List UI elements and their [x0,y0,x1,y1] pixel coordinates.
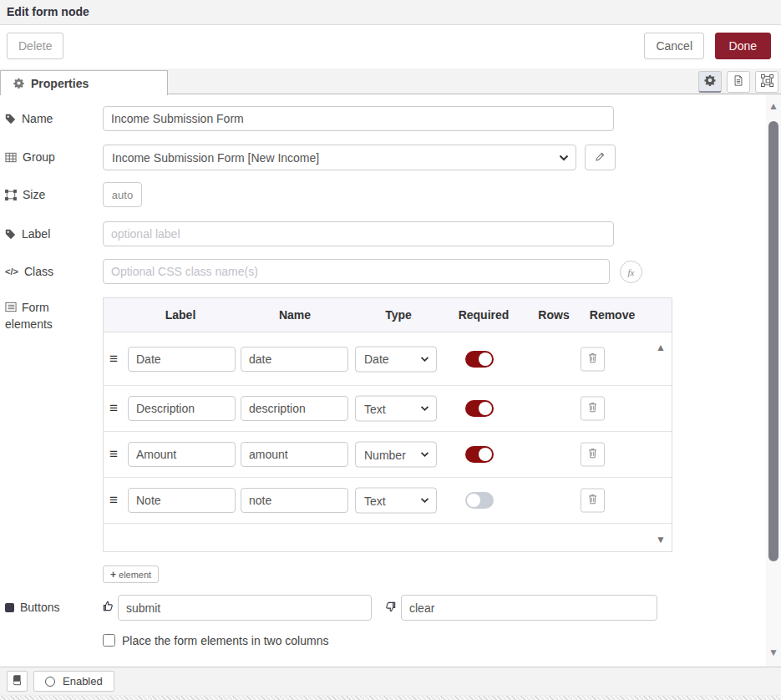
element-label-input[interactable] [128,396,236,421]
gear-icon [704,74,716,89]
delete-row-button[interactable] [581,443,605,467]
vertical-scrollbar[interactable]: ▲ ▼ [766,94,781,667]
trash-icon [587,494,598,508]
form-element-row: ≡ Number [104,432,672,478]
element-type-select[interactable]: Text [355,488,437,514]
thumbs-up-icon [102,600,114,612]
enabled-label: Enabled [63,675,103,687]
cancel-button[interactable]: Cancel [644,33,704,59]
drag-handle-icon[interactable]: ≡ [109,446,118,463]
element-type-select[interactable]: Text [355,396,437,422]
column-header-label: Label [165,308,196,322]
list-scroll-down-icon[interactable]: ▼ [656,535,666,545]
tab-bar: Properties [0,68,781,94]
properties-tab-button[interactable] [698,71,722,93]
scroll-up-icon[interactable]: ▲ [766,100,781,112]
column-header-type: Type [385,308,412,322]
tag-icon [5,114,16,124]
label-field-label: Label [5,227,50,241]
form-elements-field-label: Form elements [5,299,93,332]
expression-button[interactable]: fx [620,261,642,283]
tab-properties[interactable]: Properties [0,70,168,95]
resize-grip[interactable] [0,695,781,700]
size-button[interactable]: auto [103,182,142,207]
submit-button-input[interactable] [118,595,372,621]
book-icon [12,674,23,688]
delete-row-button[interactable] [581,397,605,421]
chevron-down-icon [420,452,429,458]
dialog-footer: Enabled [0,667,781,695]
element-label-input[interactable] [128,347,236,372]
dialog-toolbar: Delete Cancel Done [0,26,781,68]
group-select[interactable]: Income Submission Form [New Income] [103,145,576,170]
trash-icon [587,352,598,366]
element-label-input[interactable] [128,488,236,513]
element-type-select[interactable]: Date [355,346,437,372]
drag-handle-icon[interactable]: ≡ [109,400,118,417]
required-toggle[interactable] [465,446,494,463]
group-select-value: Income Submission Form [New Income] [112,151,319,165]
object-group-icon [5,190,17,200]
chevron-down-icon [420,356,429,362]
form-element-row: ≡ Date [104,332,672,386]
element-name-input[interactable] [241,488,348,513]
delete-row-button[interactable] [581,489,605,513]
edit-form-node-dialog: Edit form node Delete Cancel Done Proper… [0,0,781,700]
name-input[interactable] [103,106,614,131]
add-element-button[interactable]: +element [103,566,159,583]
thumbs-down-icon [384,601,397,613]
form-elements-table-header: Label Name Type Required Rows Remove [103,297,672,332]
column-header-name: Name [279,308,311,322]
description-tab-button[interactable] [727,71,750,93]
pencil-icon [595,151,606,165]
column-header-rows: Rows [538,308,569,322]
two-columns-checkbox[interactable] [103,634,115,647]
class-field-label: </> Class [5,265,53,278]
table-icon [5,152,17,163]
list-icon [5,302,17,312]
drag-handle-icon[interactable]: ≡ [109,492,118,509]
required-toggle[interactable] [465,492,494,509]
column-header-required: Required [459,308,510,322]
form-elements-table: Label Name Type Required Rows Remove ≡ D… [103,297,672,552]
group-field-label: Group [5,150,55,164]
drag-handle-icon[interactable]: ≡ [109,351,118,368]
node-enabled-button[interactable]: Enabled [33,671,114,692]
element-name-input[interactable] [241,442,348,467]
chevron-down-icon [420,406,429,412]
chevron-down-icon [420,498,429,504]
done-button[interactable]: Done [715,33,771,59]
list-scroll-up-icon[interactable]: ▲ [656,342,666,353]
required-toggle[interactable] [465,400,494,417]
delete-row-button[interactable] [581,347,605,371]
node-help-button[interactable] [7,671,28,692]
form-element-row: ≡ Text [104,478,672,524]
form-elements-list: ≡ Date ≡ Te [103,332,672,552]
name-field-label: Name [5,112,53,125]
scrollbar-thumb[interactable] [768,121,778,561]
gear-icon [13,78,24,89]
delete-button[interactable]: Delete [7,33,63,59]
properties-panel: Name Group Income Submission Form [New I… [0,94,781,667]
trash-icon [587,448,598,462]
element-type-select[interactable]: Number [355,442,437,468]
appearance-tab-button[interactable] [755,71,778,93]
class-input[interactable] [103,259,610,284]
circle-icon [45,677,55,687]
edit-group-button[interactable] [585,145,616,170]
trash-icon [587,402,598,416]
dialog-title: Edit form node [0,0,781,25]
code-icon: </> [5,266,18,276]
chevron-down-icon [559,155,569,161]
element-name-input[interactable] [241,396,348,421]
element-name-input[interactable] [241,347,348,372]
required-toggle[interactable] [465,351,494,368]
clear-button-input[interactable] [401,595,657,621]
label-input[interactable] [103,221,614,246]
element-label-input[interactable] [128,442,236,467]
two-columns-label: Place the form elements in two columns [122,634,328,647]
size-field-label: Size [5,188,45,201]
buttons-field-label: Buttons [5,601,59,614]
tag-icon [5,229,16,240]
scroll-down-icon[interactable]: ▼ [766,647,781,658]
